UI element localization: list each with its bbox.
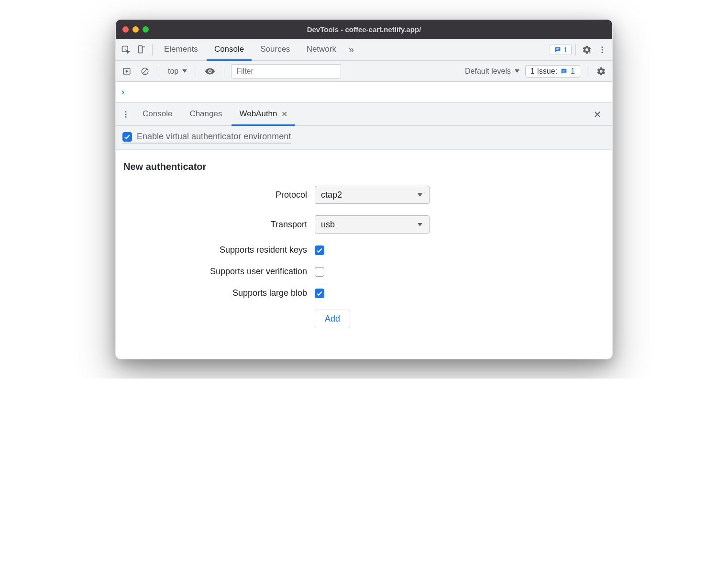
transport-select[interactable]: usb [315, 215, 430, 234]
svg-point-6 [602, 49, 603, 50]
message-icon [560, 67, 568, 75]
svg-point-5 [602, 46, 603, 48]
toggle-sidebar-icon[interactable] [120, 64, 134, 78]
svg-marker-9 [126, 70, 128, 72]
transport-label: Transport [123, 220, 315, 230]
chevron-down-icon [418, 193, 422, 197]
tab-console[interactable]: Console [207, 39, 252, 61]
svg-line-11 [143, 69, 147, 73]
separator [575, 44, 576, 56]
more-options-icon[interactable] [595, 43, 609, 57]
resident-keys-label: Supports resident keys [123, 245, 315, 255]
svg-point-16 [125, 116, 127, 117]
protocol-value: ctap2 [321, 190, 342, 200]
tab-elements[interactable]: Elements [156, 39, 206, 61]
tab-label: Console [214, 45, 244, 54]
main-tabstrip: Elements Console Sources Network » 1 [116, 39, 612, 61]
drawer-tab-webauthn[interactable]: WebAuthn ✕ [232, 103, 295, 126]
chevron-down-icon [515, 69, 519, 73]
svg-point-14 [125, 111, 127, 112]
svg-rect-1 [138, 45, 142, 53]
console-toolbar: top Default levels 1 Issue: 1 [116, 61, 612, 82]
chevron-right-icon: › [121, 87, 124, 97]
drawer-more-icon[interactable] [119, 107, 133, 122]
messages-badge[interactable]: 1 [550, 44, 572, 55]
enable-env-checkbox[interactable] [122, 132, 132, 142]
tab-label: Sources [260, 45, 290, 54]
large-blob-checkbox[interactable] [315, 289, 324, 298]
tab-label: Console [143, 109, 172, 119]
resident-keys-checkbox[interactable] [315, 245, 324, 255]
tab-label: Changes [189, 109, 222, 119]
chevron-down-icon [418, 223, 422, 226]
protocol-label: Protocol [123, 190, 315, 200]
log-levels-selector[interactable]: Default levels [463, 67, 521, 76]
console-settings-icon[interactable] [594, 64, 608, 78]
enable-env-row: Enable virtual authenticator environment [116, 126, 612, 150]
window-title: DevTools - coffee-cart.netlify.app/ [116, 25, 612, 33]
svg-point-7 [602, 51, 603, 53]
close-drawer-icon[interactable] [590, 107, 605, 122]
tab-sources[interactable]: Sources [253, 39, 298, 61]
separator [196, 66, 196, 77]
svg-rect-12 [563, 70, 566, 70]
issues-prefix: 1 Issue: [530, 67, 557, 76]
maximize-window-button[interactable] [143, 26, 149, 33]
webauthn-panel: New authenticator Protocol ctap2 Transpo… [116, 150, 612, 359]
clear-console-icon[interactable] [138, 64, 152, 78]
issues-badge[interactable]: 1 Issue: 1 [525, 65, 580, 78]
tab-label: WebAuthn [239, 109, 277, 119]
filter-input[interactable] [231, 64, 341, 78]
user-verification-label: Supports user verification [123, 267, 315, 277]
more-tabs-button[interactable]: » [345, 39, 358, 61]
tab-label: Elements [164, 45, 198, 54]
svg-rect-13 [563, 71, 565, 71]
settings-icon[interactable] [580, 43, 594, 57]
window-controls [122, 26, 149, 33]
log-levels-label: Default levels [465, 67, 511, 76]
transport-value: usb [321, 220, 335, 230]
separator [587, 66, 587, 77]
separator [224, 66, 224, 77]
close-tab-icon[interactable]: ✕ [281, 110, 287, 119]
issues-count: 1 [571, 67, 575, 76]
tab-label: Network [307, 45, 336, 54]
enable-env-label: Enable virtual authenticator environment [137, 132, 291, 142]
inspect-element-icon[interactable] [119, 43, 133, 57]
message-icon [554, 46, 562, 54]
context-label: top [168, 67, 178, 76]
protocol-select[interactable]: ctap2 [315, 186, 430, 204]
console-input-row[interactable]: › [116, 82, 612, 103]
minimize-window-button[interactable] [132, 26, 139, 33]
drawer-tabstrip: Console Changes WebAuthn ✕ [116, 103, 612, 126]
drawer-tab-console[interactable]: Console [135, 103, 180, 126]
live-expression-icon[interactable] [203, 64, 217, 78]
devtools-window: DevTools - coffee-cart.netlify.app/ Elem… [115, 19, 613, 359]
chevron-down-icon [182, 69, 187, 73]
svg-point-15 [125, 113, 127, 115]
svg-rect-4 [556, 49, 558, 50]
drawer-tab-changes[interactable]: Changes [182, 103, 230, 126]
large-blob-label: Supports large blob [123, 288, 315, 298]
separator [152, 44, 153, 56]
device-toolbar-icon[interactable] [134, 43, 148, 57]
add-button[interactable]: Add [315, 310, 350, 328]
messages-count: 1 [563, 45, 567, 54]
tab-network[interactable]: Network [299, 39, 344, 61]
titlebar: DevTools - coffee-cart.netlify.app/ [116, 20, 612, 39]
user-verification-checkbox[interactable] [315, 267, 324, 277]
separator [159, 66, 159, 77]
close-window-button[interactable] [122, 26, 129, 33]
new-authenticator-title: New authenticator [123, 161, 605, 172]
svg-rect-3 [556, 48, 559, 49]
context-selector[interactable]: top [166, 67, 189, 76]
